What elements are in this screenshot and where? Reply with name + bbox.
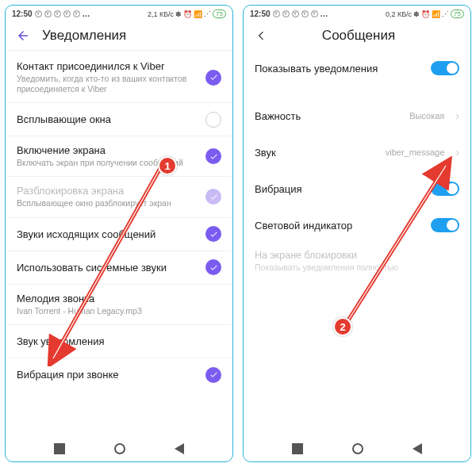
check-on-icon[interactable] (205, 226, 221, 242)
nav-bar (244, 436, 470, 461)
section-gap (244, 86, 470, 98)
status-icon: Y (44, 10, 52, 17)
chevron-right-icon: › (455, 109, 459, 122)
row-value: viber_message (386, 147, 445, 157)
row-title: Вибрация при звонке (17, 369, 198, 381)
page-title: Сообщения (280, 28, 437, 44)
status-icon: Y (63, 10, 71, 17)
clock: 12:50 (12, 10, 33, 18)
row-subtitle: Включать экран при получении сообщений (17, 158, 198, 168)
row-title: Включение экрана (17, 144, 198, 156)
check-dim-icon (205, 189, 221, 205)
alarm-icon: ⏰ (183, 10, 192, 18)
check-empty-icon[interactable] (205, 112, 221, 128)
toggle-on[interactable] (431, 61, 459, 75)
battery-icon: 75 (213, 10, 226, 18)
status-icon: Y (54, 10, 61, 17)
row-subtitle: Показывать уведомления полностью (255, 262, 459, 273)
battery-icon: 75 (451, 10, 464, 18)
row-screen-on[interactable]: Включение экрана Включать экран при полу… (6, 136, 232, 177)
row-title: На экране блокировки (255, 250, 459, 261)
back-button[interactable] (253, 28, 269, 44)
nav-recent-button[interactable] (292, 443, 303, 454)
row-subtitle: Всплывающее окно разблокирует экран (17, 198, 198, 209)
row-title: Вибрация (255, 183, 423, 195)
status-icon: Y (282, 10, 290, 17)
nav-recent-button[interactable] (54, 443, 65, 454)
nav-home-button[interactable] (114, 443, 125, 454)
row-led[interactable]: Световой индикатор (244, 207, 470, 243)
row-subtitle: Уведомить, когда кто-то из ваших контакт… (17, 74, 198, 94)
row-title: Всплывающие окна (17, 113, 198, 125)
settings-list: Показывать уведомления Важность Высокая … (244, 50, 470, 436)
nav-bar (6, 436, 232, 461)
status-icon: Y (311, 10, 318, 17)
row-title: Разблокировка экрана (17, 185, 198, 197)
settings-list: Контакт присоединился к Viber Уведомить,… (6, 52, 232, 436)
row-vibrate-on-call[interactable]: Вибрация при звонке (6, 358, 232, 392)
wifi-icon: ⋰ (442, 10, 449, 18)
row-title: Световой индикатор (255, 220, 423, 232)
status-icon: Y (301, 10, 309, 17)
row-show-notifications[interactable]: Показывать уведомления (244, 50, 470, 86)
phone-right: 12:50 Y Y Y Y Y … 0,2 КБ/с ✽ ⏰ 📶 ⋰ 75 Со… (243, 5, 471, 462)
row-title: Показывать уведомления (255, 63, 423, 75)
status-more: … (321, 10, 328, 18)
toggle-on[interactable] (431, 182, 459, 196)
row-contact-joined[interactable]: Контакт присоединился к Viber Уведомить,… (6, 52, 232, 103)
status-icon: Y (73, 10, 80, 17)
status-icon: Y (273, 10, 280, 17)
net-speed: 2,1 КБ/с (148, 10, 174, 18)
row-title: Важность (255, 110, 401, 122)
row-vibration[interactable]: Вибрация (244, 170, 470, 207)
check-on-icon[interactable] (205, 259, 221, 275)
toggle-on[interactable] (431, 218, 459, 232)
bluetooth-icon: ✽ (413, 10, 420, 18)
row-title: Звук (255, 147, 378, 159)
check-on-icon[interactable] (205, 70, 221, 86)
signal-icon: 📶 (432, 10, 440, 18)
row-popup-windows[interactable]: Всплывающие окна (6, 103, 232, 136)
status-icon: Y (292, 10, 299, 17)
nav-back-button[interactable] (413, 443, 422, 454)
row-system-sounds[interactable]: Использовать системные звуки (6, 251, 232, 285)
row-title: Использовать системные звуки (17, 262, 198, 274)
row-title: Мелодия звонка (17, 293, 221, 304)
bluetooth-icon: ✽ (175, 10, 182, 18)
phone-left: 12:50 Y Y Y Y Y … 2,1 КБ/с ✽ ⏰ 📶 ⋰ 75 Ув… (5, 5, 233, 462)
row-title: Звуки исходящих сообщений (17, 228, 198, 240)
wifi-icon: ⋰ (204, 10, 211, 18)
row-title: Звук уведомления (17, 335, 221, 347)
clock: 12:50 (250, 10, 271, 18)
row-sound[interactable]: Звук viber_message › (244, 134, 470, 170)
status-more: … (83, 10, 90, 18)
status-icon: Y (35, 10, 42, 17)
check-on-icon[interactable] (205, 148, 221, 164)
nav-back-button[interactable] (175, 443, 184, 454)
check-on-icon[interactable] (205, 367, 221, 383)
row-lockscreen-disabled: На экране блокировки Показывать уведомле… (244, 243, 470, 279)
row-notification-sound[interactable]: Звук уведомления (6, 325, 232, 358)
row-subtitle: Ivan Torrent - Human Legacy.mp3 (17, 306, 221, 316)
row-unlock-screen: Разблокировка экрана Всплывающее окно ра… (6, 177, 232, 217)
alarm-icon: ⏰ (421, 10, 430, 18)
net-speed: 0,2 КБ/с (386, 10, 412, 18)
divider (6, 50, 232, 51)
status-bar: 12:50 Y Y Y Y Y … 0,2 КБ/с ✽ ⏰ 📶 ⋰ 75 (244, 6, 470, 20)
row-ringtone[interactable]: Мелодия звонка Ivan Torrent - Human Lega… (6, 285, 232, 325)
page-title: Уведомления (42, 28, 126, 44)
row-importance[interactable]: Важность Высокая › (244, 98, 470, 134)
signal-icon: 📶 (194, 10, 202, 18)
nav-home-button[interactable] (352, 443, 363, 454)
header: Уведомления (6, 20, 232, 50)
row-value: Высокая (409, 111, 444, 121)
row-title: Контакт присоединился к Viber (17, 60, 198, 72)
chevron-right-icon: › (455, 146, 459, 159)
status-bar: 12:50 Y Y Y Y Y … 2,1 КБ/с ✽ ⏰ 📶 ⋰ 75 (6, 6, 232, 20)
row-outgoing-sounds[interactable]: Звуки исходящих сообщений (6, 218, 232, 251)
header: Сообщения (244, 20, 470, 50)
back-button[interactable] (15, 28, 31, 44)
